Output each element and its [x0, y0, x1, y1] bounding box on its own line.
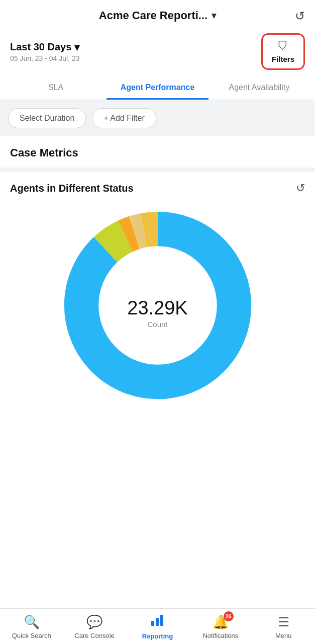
svg-rect-1 [156, 618, 159, 626]
filter-funnel-icon: ⛉ [277, 40, 288, 53]
nav-item-care-console[interactable]: 💬 Care Console [74, 614, 115, 639]
nav-item-quick-search[interactable]: 🔍 Quick Search [12, 614, 52, 639]
donut-count-label: Count [127, 320, 187, 329]
header-title: Acme Care Reporti... ▾ [99, 9, 216, 22]
reporting-bar-chart-icon [150, 614, 164, 627]
header-chevron-icon[interactable]: ▾ [212, 10, 216, 21]
menu-label: Menu [275, 632, 292, 639]
agents-header: Agents in Different Status ↺ [10, 182, 305, 195]
agents-section: Agents in Different Status ↺ 23.29K Coun… [0, 172, 315, 421]
tab-agent-performance[interactable]: Agent Performance [107, 75, 208, 100]
tab-agent-availability[interactable]: Agent Availability [208, 75, 310, 100]
nav-item-reporting[interactable]: Reporting [137, 614, 177, 640]
date-label-text: Last 30 Days [10, 41, 71, 53]
quick-search-label: Quick Search [12, 632, 51, 639]
notifications-label: Notifications [202, 632, 238, 639]
notifications-badge-wrapper: 🔔 26 [213, 614, 229, 630]
menu-icon: ☰ [278, 614, 289, 630]
notifications-badge: 26 [224, 611, 234, 621]
donut-count-value: 23.29K [127, 297, 187, 319]
reporting-label: Reporting [142, 632, 173, 640]
header-refresh-button[interactable]: ↺ [295, 9, 305, 23]
agents-refresh-button[interactable]: ↺ [296, 182, 305, 195]
header: Acme Care Reporti... ▾ ↺ [0, 0, 315, 28]
agents-title: Agents in Different Status [10, 183, 134, 194]
case-metrics-section: Case Metrics [0, 136, 315, 168]
care-console-label: Care Console [74, 632, 115, 639]
reporting-icon [150, 614, 164, 630]
date-chevron-icon: ▾ [74, 41, 79, 53]
date-info: Last 30 Days ▾ 05 Jun, 23 - 04 Jul, 23 [10, 41, 80, 62]
date-sub-range: 05 Jun, 23 - 04 Jul, 23 [10, 54, 80, 62]
svg-rect-0 [151, 621, 154, 626]
nav-item-menu[interactable]: ☰ Menu [263, 614, 303, 639]
section-divider [0, 168, 315, 172]
care-console-icon: 💬 [86, 614, 102, 630]
filter-pills-row: Select Duration + Add Filter [0, 100, 315, 136]
date-label[interactable]: Last 30 Days ▾ [10, 41, 80, 53]
app-title-text: Acme Care Reporti... [99, 9, 207, 22]
add-filter-button[interactable]: + Add Filter [92, 108, 156, 128]
nav-item-notifications[interactable]: 🔔 26 Notifications [200, 614, 241, 639]
donut-center-text: 23.29K Count [127, 297, 187, 329]
date-filter-row: Last 30 Days ▾ 05 Jun, 23 - 04 Jul, 23 ⛉… [0, 28, 315, 75]
bottom-nav: 🔍 Quick Search 💬 Care Console Reporting … [0, 608, 315, 644]
select-duration-button[interactable]: Select Duration [8, 108, 86, 128]
filter-button[interactable]: ⛉ Filters [261, 33, 305, 70]
filter-button-label: Filters [272, 55, 294, 63]
svg-rect-2 [160, 615, 163, 626]
tabs-row: SLA Agent Performance Agent Availability [0, 75, 315, 100]
tab-sla[interactable]: SLA [5, 75, 107, 100]
quick-search-icon: 🔍 [24, 614, 40, 630]
donut-chart-container: 23.29K Count [10, 205, 305, 421]
